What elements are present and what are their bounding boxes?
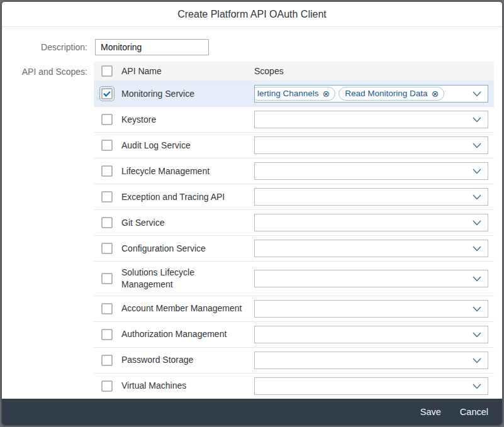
api-name-cell: Keystore: [121, 109, 254, 131]
scope-token[interactable]: lerting Channels⊗: [255, 87, 335, 101]
scopes-cell: [254, 240, 494, 257]
cancel-button[interactable]: Cancel: [452, 402, 496, 422]
row-checkbox[interactable]: [101, 273, 113, 284]
chevron-down-icon[interactable]: [473, 246, 481, 252]
chevron-down-icon[interactable]: [473, 332, 481, 338]
row-checkbox[interactable]: [101, 114, 113, 125]
scopes-multi-input[interactable]: [254, 326, 488, 343]
chevron-down-icon[interactable]: [473, 91, 481, 97]
row-checkbox[interactable]: [101, 329, 113, 340]
api-name-cell: Virtual Machines: [121, 375, 254, 397]
description-label: Description:: [2, 39, 87, 55]
api-name-cell: Authorization Management: [121, 323, 254, 345]
scopes-multi-input[interactable]: [254, 240, 488, 257]
scopes-cell: [254, 162, 494, 180]
table-row[interactable]: Git Service: [94, 210, 494, 236]
scopes-multi-input[interactable]: [254, 214, 488, 231]
api-scopes-form-row: API and Scopes: API Name Scopes Monitori…: [2, 62, 502, 399]
scopes-cell: [254, 270, 494, 287]
table-row[interactable]: Monitoring Service lerting Channels⊗Read…: [94, 81, 494, 107]
dialog-content: Description: API and Scopes: API Name Sc…: [2, 27, 502, 399]
row-checkbox-cell: [94, 114, 121, 125]
chevron-down-icon[interactable]: [473, 276, 481, 282]
scopes-multi-input[interactable]: [254, 352, 488, 369]
api-name-cell: Exception and Tracing API: [121, 186, 254, 208]
row-checkbox[interactable]: [101, 355, 113, 366]
table-row[interactable]: Virtual Machines: [94, 374, 494, 399]
table-row[interactable]: Password Storage: [94, 348, 494, 374]
table-row[interactable]: Exception and Tracing API: [94, 184, 494, 210]
scope-token[interactable]: Read Monitoring Data⊗: [339, 87, 444, 101]
row-checkbox[interactable]: [101, 303, 113, 314]
api-name-cell: Account Member Management: [121, 297, 254, 319]
token-area: [255, 385, 466, 387]
row-checkbox[interactable]: [101, 217, 113, 228]
row-checkbox[interactable]: [101, 243, 113, 254]
chevron-down-icon[interactable]: [473, 117, 481, 123]
save-button[interactable]: Save: [413, 402, 449, 422]
dialog-header: Create Platform API OAuth Client: [2, 2, 502, 27]
chevron-down-icon[interactable]: [473, 194, 481, 200]
scopes-multi-input[interactable]: [254, 377, 488, 395]
chevron-down-icon[interactable]: [473, 384, 481, 389]
row-checkbox-cell: [94, 191, 121, 202]
scopes-multi-input[interactable]: lerting Channels⊗Read Monitoring Data⊗: [254, 85, 488, 103]
api-table-body: Monitoring Service lerting Channels⊗Read…: [94, 81, 494, 399]
table-row[interactable]: Audit Log Service: [94, 133, 494, 158]
row-checkbox-cell: [94, 165, 121, 177]
select-all-cell: [94, 65, 121, 77]
api-name-cell: Configuration Service: [121, 238, 254, 260]
row-checkbox-cell: [94, 303, 121, 314]
row-checkbox[interactable]: [101, 380, 113, 392]
scopes-cell: [254, 377, 494, 395]
scope-token-label: lerting Channels: [257, 89, 319, 98]
row-checkbox[interactable]: [101, 140, 113, 151]
chevron-down-icon[interactable]: [473, 220, 481, 226]
scopes-cell: lerting Channels⊗Read Monitoring Data⊗: [254, 85, 494, 103]
chevron-down-icon[interactable]: [473, 306, 481, 312]
scopes-multi-input[interactable]: [254, 136, 488, 154]
token-area: [255, 196, 466, 197]
description-input[interactable]: [95, 39, 209, 55]
scopes-multi-input[interactable]: [254, 188, 488, 206]
row-checkbox[interactable]: [101, 165, 113, 177]
token-area: lerting Channels⊗Read Monitoring Data⊗: [255, 86, 466, 101]
token-area: [255, 334, 466, 335]
scopes-cell: [254, 214, 494, 231]
chevron-down-icon[interactable]: [473, 143, 481, 148]
scopes-multi-input[interactable]: [254, 162, 488, 180]
api-name-cell: Password Storage: [121, 349, 254, 371]
row-checkbox-cell: [94, 273, 121, 284]
api-name-cell: Git Service: [121, 212, 254, 234]
row-checkbox[interactable]: [101, 88, 113, 99]
scopes-cell: [254, 326, 494, 343]
table-row[interactable]: Solutions Lifecycle Management: [94, 262, 494, 296]
chevron-down-icon[interactable]: [473, 358, 481, 363]
chevron-down-icon[interactable]: [473, 169, 481, 174]
create-oauth-client-dialog: Create Platform API OAuth Client Descrip…: [1, 1, 503, 426]
api-name-cell: Audit Log Service: [121, 135, 254, 157]
api-and-scopes-label: API and Scopes:: [2, 62, 87, 399]
table-row[interactable]: Account Member Management: [94, 296, 494, 322]
table-row[interactable]: Lifecycle Management: [94, 158, 494, 184]
scopes-cell: [254, 300, 494, 318]
token-area: [255, 248, 466, 249]
decline-icon[interactable]: ⊗: [432, 89, 439, 98]
select-all-checkbox[interactable]: [101, 65, 113, 77]
api-name-column-header: API Name: [121, 66, 254, 76]
row-checkbox-cell: [94, 88, 121, 99]
scopes-multi-input[interactable]: [254, 111, 488, 128]
decline-icon[interactable]: ⊗: [323, 89, 330, 98]
scopes-multi-input[interactable]: [254, 300, 488, 318]
table-row[interactable]: Keystore: [94, 107, 494, 133]
row-checkbox[interactable]: [101, 191, 113, 202]
row-checkbox-cell: [94, 217, 121, 228]
table-row[interactable]: Configuration Service: [94, 236, 494, 262]
scopes-multi-input[interactable]: [254, 270, 488, 287]
scope-token-label: Read Monitoring Data: [345, 89, 427, 98]
api-name-cell: Lifecycle Management: [121, 160, 254, 182]
token-area: [255, 145, 466, 146]
token-area: [255, 222, 466, 223]
row-checkbox-cell: [94, 243, 121, 254]
table-row[interactable]: Authorization Management: [94, 322, 494, 348]
